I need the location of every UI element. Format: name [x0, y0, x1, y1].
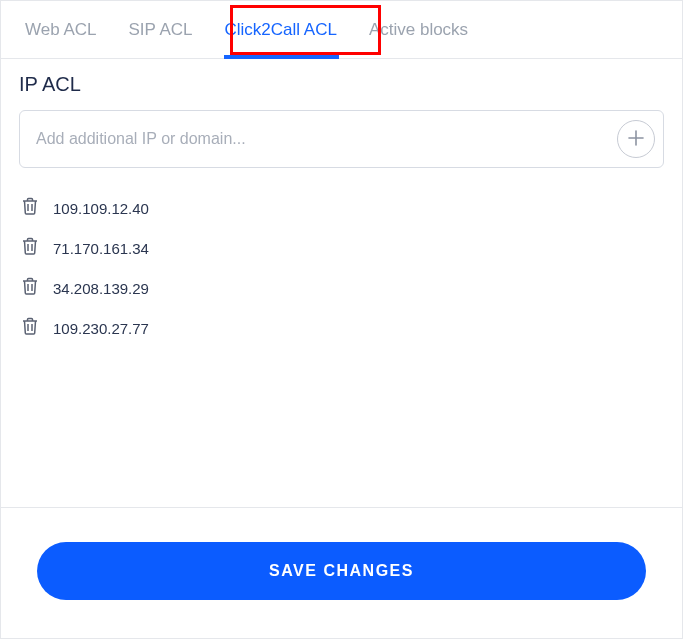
save-changes-button[interactable]: SAVE CHANGES	[37, 542, 646, 600]
plus-icon	[626, 128, 646, 151]
list-item: 71.170.161.34	[19, 228, 664, 268]
list-item: 34.208.139.29	[19, 268, 664, 308]
section-title: IP ACL	[19, 73, 664, 96]
delete-button[interactable]	[21, 238, 39, 258]
tab-label: SIP ACL	[129, 20, 193, 40]
trash-icon	[22, 317, 38, 339]
list-item: 109.230.27.77	[19, 308, 664, 348]
ip-input[interactable]	[36, 117, 617, 161]
list-item: 109.109.12.40	[19, 188, 664, 228]
tab-sip-acl[interactable]: SIP ACL	[113, 1, 209, 59]
ip-list: 109.109.12.40 71.170.161.34 34.208.139.2…	[19, 188, 664, 348]
add-button[interactable]	[617, 120, 655, 158]
tab-label: Click2Call ACL	[224, 20, 336, 40]
trash-icon	[22, 197, 38, 219]
ip-address: 34.208.139.29	[53, 280, 149, 297]
ip-address: 109.230.27.77	[53, 320, 149, 337]
footer: SAVE CHANGES	[1, 507, 682, 638]
delete-button[interactable]	[21, 278, 39, 298]
tab-label: Web ACL	[25, 20, 97, 40]
ip-address: 71.170.161.34	[53, 240, 149, 257]
tabs-bar: Web ACL SIP ACL Click2Call ACL Active bl…	[1, 1, 682, 59]
add-ip-row	[19, 110, 664, 168]
tab-label: Active blocks	[369, 20, 468, 40]
ip-address: 109.109.12.40	[53, 200, 149, 217]
content-area: IP ACL 109.109.12.40 71.170.161.34	[1, 59, 682, 507]
delete-button[interactable]	[21, 198, 39, 218]
delete-button[interactable]	[21, 318, 39, 338]
tab-click2call-acl[interactable]: Click2Call ACL	[208, 1, 352, 59]
tab-active-blocks[interactable]: Active blocks	[353, 1, 484, 59]
trash-icon	[22, 277, 38, 299]
tab-web-acl[interactable]: Web ACL	[25, 1, 113, 59]
trash-icon	[22, 237, 38, 259]
